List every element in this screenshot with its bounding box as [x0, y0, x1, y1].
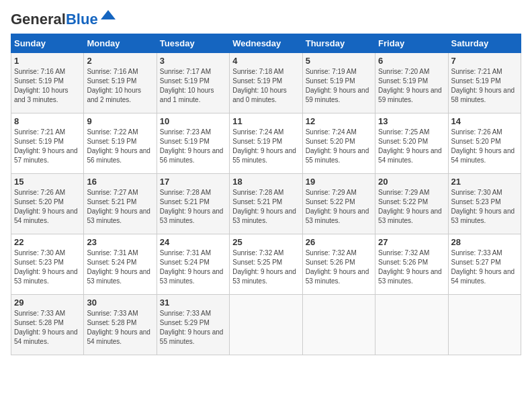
- day-number: 9: [87, 116, 153, 126]
- col-header-friday: Friday: [375, 34, 448, 53]
- calendar-week-row: 22Sunrise: 7:30 AMSunset: 5:23 PMDayligh…: [11, 234, 521, 295]
- calendar-cell: 28Sunrise: 7:33 AMSunset: 5:27 PMDayligh…: [448, 234, 521, 295]
- day-info: Sunrise: 7:21 AMSunset: 5:19 PMDaylight:…: [14, 128, 81, 165]
- day-number: 7: [451, 56, 518, 66]
- day-number: 3: [160, 56, 226, 66]
- calendar-cell: [375, 295, 448, 355]
- calendar-cell: 3Sunrise: 7:17 AMSunset: 5:19 PMDaylight…: [157, 53, 229, 113]
- day-info: Sunrise: 7:33 AMSunset: 5:28 PMDaylight:…: [14, 309, 81, 347]
- calendar-cell: 12Sunrise: 7:24 AMSunset: 5:20 PMDayligh…: [302, 113, 375, 174]
- day-number: 10: [160, 116, 226, 126]
- day-info: Sunrise: 7:16 AMSunset: 5:19 PMDaylight:…: [87, 67, 153, 105]
- calendar-cell: 13Sunrise: 7:25 AMSunset: 5:20 PMDayligh…: [375, 113, 448, 174]
- day-info: Sunrise: 7:31 AMSunset: 5:24 PMDaylight:…: [87, 248, 153, 286]
- calendar-cell: 9Sunrise: 7:22 AMSunset: 5:19 PMDaylight…: [84, 113, 157, 174]
- calendar-cell: 19Sunrise: 7:29 AMSunset: 5:22 PMDayligh…: [302, 174, 375, 234]
- day-number: 20: [378, 177, 445, 187]
- day-info: Sunrise: 7:24 AMSunset: 5:19 PMDaylight:…: [232, 128, 299, 165]
- calendar-week-row: 29Sunrise: 7:33 AMSunset: 5:28 PMDayligh…: [11, 295, 521, 355]
- day-number: 6: [378, 56, 445, 66]
- day-info: Sunrise: 7:29 AMSunset: 5:22 PMDaylight:…: [306, 188, 372, 226]
- day-number: 4: [232, 56, 299, 66]
- calendar-cell: 31Sunrise: 7:33 AMSunset: 5:29 PMDayligh…: [157, 295, 229, 355]
- day-info: Sunrise: 7:32 AMSunset: 5:26 PMDaylight:…: [378, 248, 445, 286]
- calendar-cell: 5Sunrise: 7:19 AMSunset: 5:19 PMDaylight…: [302, 53, 375, 113]
- logo-arrow-icon: [101, 10, 116, 22]
- day-number: 27: [378, 237, 445, 247]
- day-info: Sunrise: 7:26 AMSunset: 5:20 PMDaylight:…: [451, 128, 518, 165]
- day-info: Sunrise: 7:31 AMSunset: 5:24 PMDaylight:…: [160, 248, 226, 286]
- logo-general: General: [11, 11, 66, 28]
- calendar-cell: 18Sunrise: 7:28 AMSunset: 5:21 PMDayligh…: [230, 174, 302, 234]
- page-header: General Blue: [11, 11, 521, 28]
- day-info: Sunrise: 7:33 AMSunset: 5:27 PMDaylight:…: [451, 248, 518, 286]
- col-header-wednesday: Wednesday: [230, 34, 302, 53]
- col-header-sunday: Sunday: [11, 34, 84, 53]
- day-info: Sunrise: 7:32 AMSunset: 5:25 PMDaylight:…: [232, 248, 299, 286]
- logo: General Blue: [11, 11, 116, 28]
- day-info: Sunrise: 7:33 AMSunset: 5:28 PMDaylight:…: [87, 309, 153, 347]
- day-number: 22: [14, 237, 81, 247]
- calendar-cell: 25Sunrise: 7:32 AMSunset: 5:25 PMDayligh…: [230, 234, 302, 295]
- day-info: Sunrise: 7:32 AMSunset: 5:26 PMDaylight:…: [306, 248, 372, 286]
- calendar-week-row: 8Sunrise: 7:21 AMSunset: 5:19 PMDaylight…: [11, 113, 521, 174]
- day-info: Sunrise: 7:18 AMSunset: 5:19 PMDaylight:…: [232, 67, 299, 105]
- day-info: Sunrise: 7:16 AMSunset: 5:19 PMDaylight:…: [14, 67, 81, 105]
- day-number: 17: [160, 177, 226, 187]
- day-number: 30: [87, 298, 153, 308]
- day-info: Sunrise: 7:33 AMSunset: 5:29 PMDaylight:…: [160, 309, 226, 347]
- day-number: 25: [232, 237, 299, 247]
- logo-blue: Blue: [66, 11, 98, 28]
- day-number: 15: [14, 177, 81, 187]
- day-info: Sunrise: 7:28 AMSunset: 5:21 PMDaylight:…: [160, 188, 226, 226]
- calendar-cell: 23Sunrise: 7:31 AMSunset: 5:24 PMDayligh…: [84, 234, 157, 295]
- day-number: 28: [451, 237, 518, 247]
- calendar-cell: 7Sunrise: 7:21 AMSunset: 5:19 PMDaylight…: [448, 53, 521, 113]
- calendar-cell: 21Sunrise: 7:30 AMSunset: 5:23 PMDayligh…: [448, 174, 521, 234]
- day-info: Sunrise: 7:28 AMSunset: 5:21 PMDaylight:…: [232, 188, 299, 226]
- calendar-cell: 14Sunrise: 7:26 AMSunset: 5:20 PMDayligh…: [448, 113, 521, 174]
- calendar-table: SundayMondayTuesdayWednesdayThursdayFrid…: [11, 34, 521, 355]
- day-number: 31: [160, 298, 226, 308]
- calendar-cell: 15Sunrise: 7:26 AMSunset: 5:20 PMDayligh…: [11, 174, 84, 234]
- day-number: 8: [14, 116, 81, 126]
- svg-marker-0: [101, 10, 116, 19]
- day-number: 11: [232, 116, 299, 126]
- calendar-cell: 2Sunrise: 7:16 AMSunset: 5:19 PMDaylight…: [84, 53, 157, 113]
- day-info: Sunrise: 7:23 AMSunset: 5:19 PMDaylight:…: [160, 128, 226, 165]
- day-info: Sunrise: 7:25 AMSunset: 5:20 PMDaylight:…: [378, 128, 445, 165]
- day-number: 13: [378, 116, 445, 126]
- day-number: 21: [451, 177, 518, 187]
- calendar-cell: [448, 295, 521, 355]
- day-number: 23: [87, 237, 153, 247]
- day-info: Sunrise: 7:30 AMSunset: 5:23 PMDaylight:…: [451, 188, 518, 226]
- calendar-week-row: 1Sunrise: 7:16 AMSunset: 5:19 PMDaylight…: [11, 53, 521, 113]
- day-number: 19: [306, 177, 372, 187]
- calendar-cell: 16Sunrise: 7:27 AMSunset: 5:21 PMDayligh…: [84, 174, 157, 234]
- day-info: Sunrise: 7:30 AMSunset: 5:23 PMDaylight:…: [14, 248, 81, 286]
- day-number: 14: [451, 116, 518, 126]
- calendar-cell: 4Sunrise: 7:18 AMSunset: 5:19 PMDaylight…: [230, 53, 302, 113]
- calendar-cell: 30Sunrise: 7:33 AMSunset: 5:28 PMDayligh…: [84, 295, 157, 355]
- calendar-cell: 27Sunrise: 7:32 AMSunset: 5:26 PMDayligh…: [375, 234, 448, 295]
- day-number: 2: [87, 56, 153, 66]
- col-header-tuesday: Tuesday: [157, 34, 229, 53]
- day-info: Sunrise: 7:27 AMSunset: 5:21 PMDaylight:…: [87, 188, 153, 226]
- calendar-cell: 29Sunrise: 7:33 AMSunset: 5:28 PMDayligh…: [11, 295, 84, 355]
- calendar-cell: 26Sunrise: 7:32 AMSunset: 5:26 PMDayligh…: [302, 234, 375, 295]
- calendar-cell: 20Sunrise: 7:29 AMSunset: 5:22 PMDayligh…: [375, 174, 448, 234]
- calendar-cell: 17Sunrise: 7:28 AMSunset: 5:21 PMDayligh…: [157, 174, 229, 234]
- col-header-thursday: Thursday: [302, 34, 375, 53]
- calendar-cell: [302, 295, 375, 355]
- calendar-cell: 6Sunrise: 7:20 AMSunset: 5:19 PMDaylight…: [375, 53, 448, 113]
- calendar-cell: 24Sunrise: 7:31 AMSunset: 5:24 PMDayligh…: [157, 234, 229, 295]
- day-info: Sunrise: 7:17 AMSunset: 5:19 PMDaylight:…: [160, 67, 226, 105]
- day-info: Sunrise: 7:26 AMSunset: 5:20 PMDaylight:…: [14, 188, 81, 226]
- day-info: Sunrise: 7:20 AMSunset: 5:19 PMDaylight:…: [378, 67, 445, 105]
- calendar-cell: 22Sunrise: 7:30 AMSunset: 5:23 PMDayligh…: [11, 234, 84, 295]
- calendar-cell: 8Sunrise: 7:21 AMSunset: 5:19 PMDaylight…: [11, 113, 84, 174]
- day-number: 26: [306, 237, 372, 247]
- col-header-monday: Monday: [84, 34, 157, 53]
- day-info: Sunrise: 7:24 AMSunset: 5:20 PMDaylight:…: [306, 128, 372, 165]
- calendar-cell: [230, 295, 302, 355]
